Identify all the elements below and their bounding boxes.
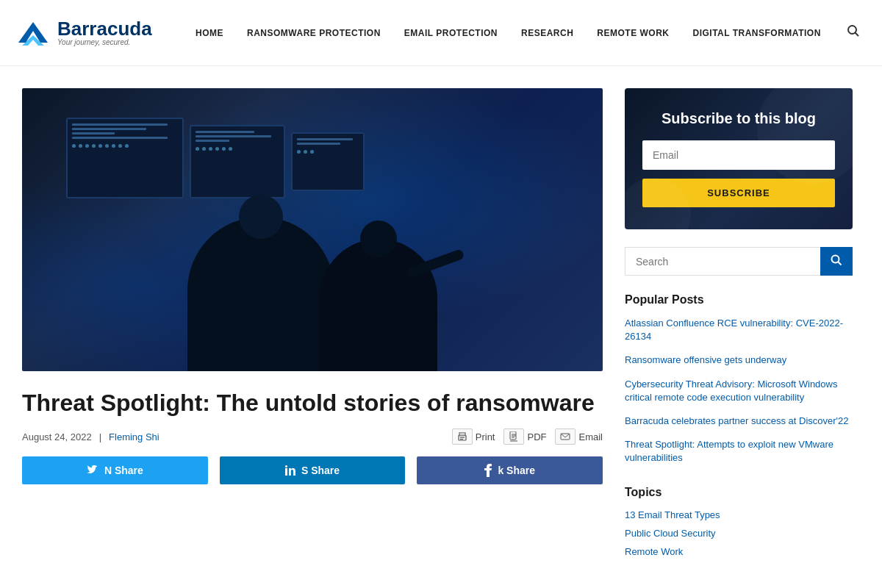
search-icon [847, 24, 860, 37]
article-author[interactable]: Fleming Shi [109, 431, 159, 442]
monitor-1 [66, 118, 184, 198]
svg-rect-7 [460, 439, 463, 440]
nav-home[interactable]: HOME [184, 28, 235, 38]
person-right [320, 239, 437, 371]
popular-post-link-1[interactable]: Ransomware offensive gets underway [625, 354, 853, 367]
twitter-icon [87, 465, 98, 476]
svg-point-15 [285, 465, 287, 467]
print-label: Print [476, 431, 495, 442]
article-date: August 24, 2022 [22, 431, 92, 442]
sidebar-search-button[interactable] [820, 247, 853, 276]
svg-rect-5 [459, 432, 465, 436]
facebook-share-button[interactable]: k Share [417, 456, 603, 484]
print-icon [452, 429, 473, 445]
social-buttons: N Share S Share k Share [22, 456, 603, 484]
hero-image: // This will be rendered via inline gene… [22, 88, 603, 371]
subscribe-title: Subscribe to this blog [642, 110, 835, 127]
svg-rect-6 [460, 437, 465, 438]
share-actions: Print PDF [452, 429, 603, 445]
linkedin-share-label: S Share [301, 465, 340, 476]
people-silhouettes [22, 209, 603, 371]
svg-line-3 [856, 33, 859, 37]
brand-tagline: Your journey, secured. [57, 38, 152, 46]
sidebar-search-input[interactable] [625, 247, 820, 276]
linkedin-icon [285, 465, 295, 476]
facebook-share-label: k Share [498, 465, 535, 476]
logo-area[interactable]: Barracuda Your journey, secured. [15, 15, 162, 51]
popular-post-link-4[interactable]: Threat Spotlight: Attempts to exploit ne… [625, 438, 853, 465]
twitter-share-label: N Share [104, 465, 143, 476]
article-meta: August 24, 2022 | Fleming Shi Print [22, 429, 603, 445]
linkedin-share-button[interactable]: S Share [220, 456, 406, 484]
topic-link-2[interactable]: Remote Work [625, 546, 853, 557]
nav-digital[interactable]: DIGITAL TRANSFORMATION [681, 28, 832, 38]
monitor-2 [190, 125, 285, 198]
pdf-icon [503, 429, 524, 445]
header-search-button[interactable] [839, 24, 867, 41]
main-nav: HOME RANSOMWARE PROTECTION EMAIL PROTECT… [184, 28, 839, 38]
svg-rect-14 [285, 468, 287, 476]
popular-post-link-2[interactable]: Cybersecurity Threat Advisory: Microsoft… [625, 378, 853, 404]
email-share-label: Email [578, 431, 603, 442]
facebook-icon [484, 464, 492, 477]
popular-post-link-0[interactable]: Atlassian Confluence RCE vulnerability: … [625, 317, 853, 343]
nav-research[interactable]: RESEARCH [509, 28, 585, 38]
popular-posts-heading: Popular Posts [625, 293, 853, 306]
topics-heading: Topics [625, 486, 853, 499]
pdf-action[interactable]: PDF [503, 429, 546, 445]
nav-ransomware[interactable]: RANSOMWARE PROTECTION [235, 28, 392, 38]
popular-post-link-3[interactable]: Barracuda celebrates partner success at … [625, 415, 853, 428]
email-icon [555, 429, 576, 445]
topics-section: Topics 13 Email Threat Types Public Clou… [625, 486, 853, 557]
article-title: Threat Spotlight: The untold stories of … [22, 389, 603, 417]
subscribe-button[interactable]: SUBSCRIBE [642, 179, 835, 207]
article-column: // This will be rendered via inline gene… [22, 88, 603, 564]
email-action[interactable]: Email [555, 429, 603, 445]
sidebar-column: Subscribe to this blog SUBSCRIBE Popular… [625, 88, 853, 564]
barracuda-logo-icon [15, 15, 51, 51]
sidebar-search-area [625, 247, 853, 276]
sidebar-search-icon [831, 254, 842, 266]
twitter-share-button[interactable]: N Share [22, 456, 208, 484]
print-action[interactable]: Print [452, 429, 495, 445]
svg-line-17 [838, 262, 842, 265]
header: Barracuda Your journey, secured. HOME RA… [0, 0, 882, 66]
topic-link-1[interactable]: Public Cloud Security [625, 528, 853, 539]
logo-text: Barracuda Your journey, secured. [57, 19, 152, 46]
main-content: // This will be rendered via inline gene… [0, 66, 882, 587]
nav-email[interactable]: EMAIL PROTECTION [392, 28, 509, 38]
person-left [187, 217, 334, 371]
svg-point-2 [848, 26, 856, 34]
popular-posts-section: Popular Posts Atlassian Confluence RCE v… [625, 293, 853, 465]
monitor-3 [291, 132, 365, 191]
article-meta-separator: | [99, 431, 101, 442]
brand-name: Barracuda [57, 19, 152, 38]
subscribe-email-input[interactable] [642, 140, 835, 170]
pdf-label: PDF [527, 431, 546, 442]
topic-link-0[interactable]: 13 Email Threat Types [625, 509, 853, 520]
nav-remote[interactable]: REMOTE WORK [585, 28, 681, 38]
subscribe-box: Subscribe to this blog SUBSCRIBE [625, 88, 853, 229]
